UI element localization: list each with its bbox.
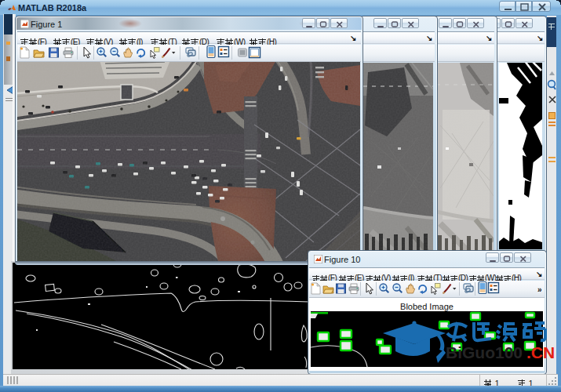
svg-text:BiGuo100: BiGuo100 xyxy=(446,343,523,361)
svg-text:.CN: .CN xyxy=(526,343,555,361)
